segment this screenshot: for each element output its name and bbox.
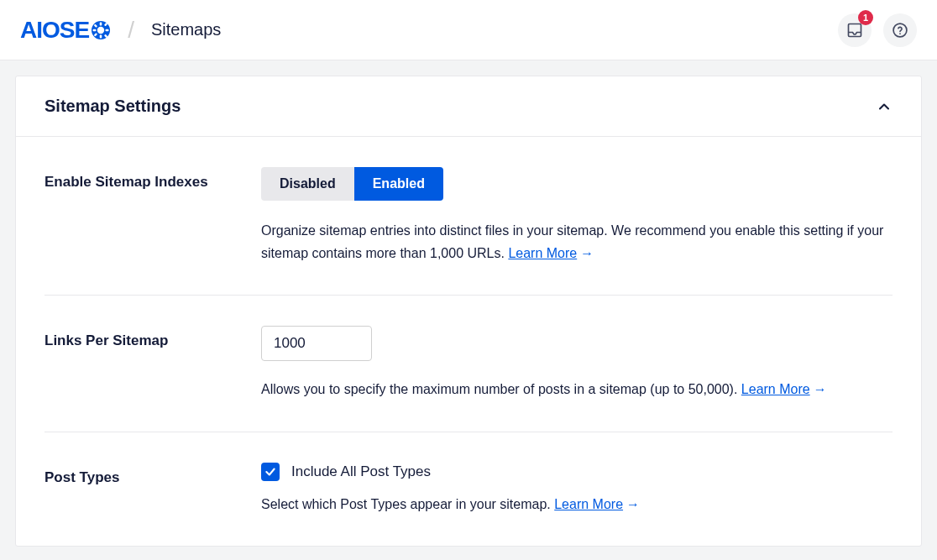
breadcrumb-divider: / — [128, 17, 134, 44]
enabled-button[interactable]: Enabled — [354, 167, 443, 201]
notification-badge: 1 — [858, 10, 873, 25]
links-per-label: Links Per Sitemap — [44, 326, 261, 400]
learn-more-link[interactable]: Learn More — [554, 497, 623, 511]
include-all-post-types-row: Include All Post Types — [261, 463, 893, 481]
arrow-icon[interactable]: → — [814, 382, 827, 396]
learn-more-link[interactable]: Learn More — [508, 246, 577, 260]
gear-o-icon — [91, 20, 111, 40]
logo-text: AIOSE — [20, 17, 89, 44]
brand-logo: AIOSE — [20, 17, 111, 44]
top-actions: 1 — [838, 13, 917, 47]
disabled-button[interactable]: Disabled — [261, 167, 354, 201]
links-per-body: Allows you to specify the maximum number… — [261, 326, 893, 400]
svg-point-1 — [97, 26, 104, 33]
row-links-per-sitemap: Links Per Sitemap Allows you to specify … — [44, 296, 893, 432]
breadcrumb-title: Sitemaps — [151, 20, 221, 39]
svg-rect-3 — [100, 34, 102, 38]
card-title: Sitemap Settings — [44, 97, 181, 116]
post-types-description: Select which Post Types appear in your s… — [261, 493, 893, 516]
include-all-post-types-label: Include All Post Types — [291, 463, 431, 480]
help-button[interactable] — [883, 13, 917, 47]
check-icon — [264, 466, 276, 478]
content: Sitemap Settings Enable Sitemap Indexes … — [0, 60, 937, 560]
links-per-desc-text: Allows you to specify the maximum number… — [261, 382, 741, 396]
row-enable-sitemap-indexes: Enable Sitemap Indexes Disabled Enabled … — [44, 137, 893, 296]
links-per-sitemap-input[interactable] — [261, 326, 372, 361]
chevron-up-icon — [876, 98, 893, 115]
topbar: AIOSE / Sitemaps — [0, 0, 937, 60]
svg-rect-4 — [93, 29, 97, 31]
row-post-types: Post Types Include All Post Types Select… — [44, 432, 893, 546]
enable-indexes-body: Disabled Enabled Organize sitemap entrie… — [261, 167, 893, 264]
card-header[interactable]: Sitemap Settings — [16, 76, 921, 137]
svg-point-12 — [899, 33, 901, 34]
links-per-description: Allows you to specify the maximum number… — [261, 378, 893, 400]
svg-rect-5 — [106, 29, 109, 31]
svg-rect-2 — [100, 22, 102, 25]
settings-card: Sitemap Settings Enable Sitemap Indexes … — [15, 76, 922, 547]
post-types-label: Post Types — [44, 463, 261, 516]
enable-indexes-description: Organize sitemap entries into distinct f… — [261, 219, 893, 264]
include-all-post-types-checkbox[interactable] — [261, 463, 280, 481]
arrow-icon[interactable]: → — [580, 246, 594, 260]
arrow-icon[interactable]: → — [626, 497, 640, 511]
post-types-body: Include All Post Types Select which Post… — [261, 463, 893, 516]
notifications-button[interactable]: 1 — [838, 13, 872, 47]
settings-rows: Enable Sitemap Indexes Disabled Enabled … — [16, 137, 921, 546]
enable-indexes-toggle: Disabled Enabled — [261, 167, 443, 201]
enable-indexes-label: Enable Sitemap Indexes — [44, 167, 261, 264]
post-types-desc-text: Select which Post Types appear in your s… — [261, 497, 554, 511]
learn-more-link[interactable]: Learn More — [741, 382, 810, 396]
